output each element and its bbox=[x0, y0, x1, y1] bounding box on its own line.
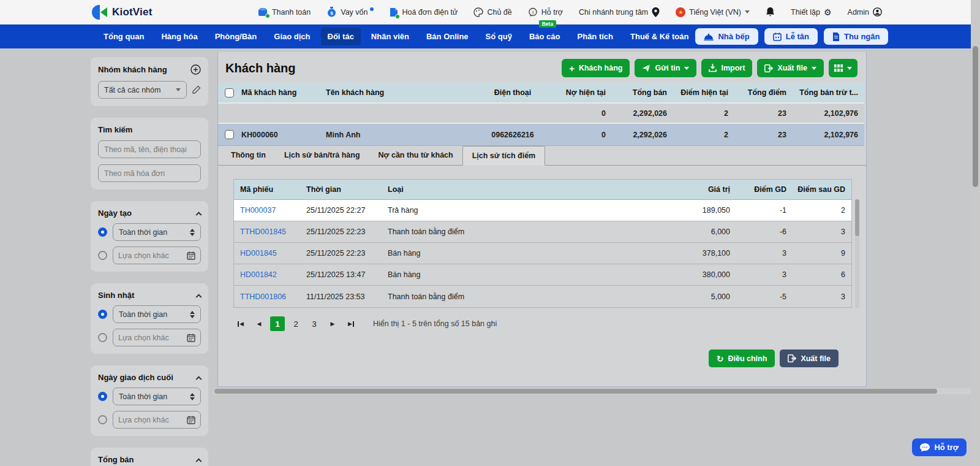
svg-text:$: $ bbox=[330, 10, 333, 16]
other-range-input[interactable]: Lựa chọn khác bbox=[113, 329, 201, 346]
last-page-button[interactable]: ▶ bbox=[344, 316, 358, 331]
einvoice-menu-item[interactable]: Hoá đơn điện tử bbox=[390, 7, 458, 17]
history-row[interactable]: HD001845 25/11/2025 22:23 Bán hàng 378,1… bbox=[234, 243, 851, 264]
col-total-sold[interactable]: Tổng bán bbox=[611, 88, 672, 97]
receipt-link[interactable]: TH000037 bbox=[234, 206, 306, 215]
col-time[interactable]: Thời gian bbox=[306, 185, 388, 194]
cashier-button[interactable]: Thu ngân bbox=[824, 28, 889, 45]
history-row[interactable]: TTHD001806 11/11/2025 23:53 Thanh toán b… bbox=[234, 286, 851, 307]
search-invoice-input[interactable] bbox=[98, 164, 201, 182]
created-date-card: Ngày tạo Toàn thời gian Lựa chọn khác bbox=[91, 201, 208, 272]
settings-button[interactable]: Thiết lập ⚙ bbox=[791, 7, 832, 17]
payment-menu-item[interactable]: Thanh toán bbox=[258, 7, 311, 17]
next-page-button[interactable]: ▶ bbox=[325, 316, 340, 331]
first-page-button[interactable]: ◀ bbox=[233, 316, 248, 331]
other-range-radio[interactable] bbox=[98, 251, 107, 260]
nav-item-phong-ban[interactable]: Phòng/Bàn bbox=[208, 28, 264, 45]
col-current-debt[interactable]: Nợ hiện tại bbox=[552, 88, 611, 97]
all-time-select[interactable]: Toàn thời gian bbox=[113, 223, 201, 241]
tab-no-can-thu[interactable]: Nợ cần thu từ khách bbox=[369, 146, 462, 165]
theme-menu-item[interactable]: Chủ đề bbox=[473, 7, 511, 17]
nav-item-bao-cao[interactable]: Báo cáo bbox=[522, 28, 567, 45]
customer-group-select[interactable]: Tất cả các nhóm bbox=[98, 81, 187, 99]
page-2-button[interactable]: 2 bbox=[288, 316, 303, 331]
admin-menu[interactable]: Admin bbox=[848, 7, 882, 17]
palette-icon bbox=[473, 7, 483, 17]
reception-button[interactable]: Lễ tân bbox=[764, 28, 818, 45]
language-selector[interactable]: ★ Tiếng Việt (VN) bbox=[676, 7, 750, 17]
tab-lich-su-ban-tra[interactable]: Lịch sử bán/trả hàng bbox=[275, 146, 369, 165]
adjust-points-button[interactable]: ↻ Điều chỉnh bbox=[709, 350, 775, 367]
row-checkbox[interactable] bbox=[225, 130, 234, 139]
column-settings-button[interactable] bbox=[829, 59, 858, 77]
receipt-link[interactable]: TTHD001845 bbox=[234, 227, 306, 236]
customer-row-selected[interactable]: KH000060 Minh Anh 0962626216 0 2,292,026… bbox=[218, 124, 864, 146]
history-table-scrollbar[interactable] bbox=[855, 199, 859, 308]
col-points-after[interactable]: Điểm sau GD bbox=[790, 185, 851, 194]
col-type[interactable]: Loại bbox=[388, 185, 660, 194]
all-time-select[interactable]: Toàn thời gian bbox=[113, 305, 201, 323]
history-row[interactable]: TTHD001845 25/11/2025 22:23 Thanh toán b… bbox=[234, 221, 851, 243]
nav-item-doi-tac[interactable]: Đối tác bbox=[321, 28, 361, 45]
nav-item-nhan-vien[interactable]: Nhân viên bbox=[364, 28, 416, 45]
previous-page-button[interactable]: ◀ bbox=[252, 316, 266, 331]
all-time-select[interactable]: Toàn thời gian bbox=[113, 388, 201, 405]
col-points-gd[interactable]: Điểm GD bbox=[734, 185, 790, 194]
customer-current-points: 2 bbox=[672, 131, 733, 139]
other-range-radio[interactable] bbox=[98, 415, 107, 424]
receipt-link[interactable]: TTHD001806 bbox=[234, 292, 306, 301]
nav-item-hang-hoa[interactable]: Hàng hóa bbox=[154, 28, 204, 45]
col-net-total[interactable]: Tổng bán trừ t... bbox=[791, 88, 864, 97]
other-range-input[interactable]: Lựa chọn khác bbox=[113, 246, 201, 264]
history-row[interactable]: TH000037 25/11/2025 22:27 Trả hàng 189,0… bbox=[234, 200, 851, 221]
history-row[interactable]: HD001842 25/11/2025 13:47 Bán hàng 380,0… bbox=[234, 264, 851, 286]
col-phone[interactable]: Điện thoại bbox=[473, 88, 552, 97]
nav-item-phan-tich[interactable]: Phân tích bbox=[571, 28, 620, 45]
col-customer-code[interactable]: Mã khách hàng bbox=[240, 88, 326, 97]
customer-total-points: 23 bbox=[733, 131, 791, 139]
tab-lich-su-tich-diem[interactable]: Lịch sử tích điểm bbox=[462, 146, 546, 166]
col-current-points[interactable]: Điểm hiện tại bbox=[672, 88, 733, 97]
nav-item-thue-ke-toan[interactable]: Thuế & Kế toán bbox=[624, 28, 695, 45]
page-1-button[interactable]: 1 bbox=[270, 316, 285, 331]
branch-selector[interactable]: Chi nhánh trung tâm bbox=[579, 7, 660, 17]
export-history-button[interactable]: Xuất file bbox=[780, 350, 839, 367]
page-3-button[interactable]: 3 bbox=[307, 316, 322, 331]
add-customer-button[interactable]: + Khách hàng bbox=[562, 59, 630, 77]
nav-item-tong-quan[interactable]: Tổng quan bbox=[97, 28, 151, 45]
collapse-icon[interactable] bbox=[196, 294, 202, 300]
collapse-icon[interactable] bbox=[196, 212, 202, 218]
all-time-radio[interactable] bbox=[98, 392, 107, 401]
nav-item-ban-online[interactable]: Bán Online bbox=[420, 28, 475, 45]
receipt-link[interactable]: HD001842 bbox=[234, 270, 306, 279]
vertical-scrollbar[interactable] bbox=[971, 0, 980, 466]
collapse-icon[interactable] bbox=[196, 376, 202, 382]
loan-menu-item[interactable]: $ Vay vốn bbox=[326, 7, 374, 17]
receipt-link[interactable]: HD001845 bbox=[234, 249, 306, 258]
notifications-button[interactable] bbox=[766, 7, 775, 17]
support-fab-button[interactable]: Hỗ trợ bbox=[912, 438, 967, 456]
export-file-button[interactable]: Xuất file bbox=[757, 59, 824, 77]
tab-thong-tin[interactable]: Thông tin bbox=[222, 146, 275, 165]
send-message-button[interactable]: Gửi tin bbox=[635, 59, 696, 77]
nav-item-giao-dich[interactable]: Giao dịch bbox=[267, 28, 317, 45]
kitchen-button[interactable]: Nhà bếp bbox=[695, 28, 758, 45]
all-time-radio[interactable] bbox=[98, 227, 107, 237]
col-value[interactable]: Giá trị bbox=[660, 185, 734, 194]
col-customer-name[interactable]: Tên khách hàng bbox=[326, 88, 473, 97]
add-group-icon[interactable] bbox=[190, 64, 201, 75]
collapse-icon[interactable] bbox=[196, 458, 202, 464]
other-range-radio[interactable] bbox=[98, 333, 107, 342]
kiotviet-logo[interactable]: KiotViet bbox=[92, 5, 153, 20]
other-range-input[interactable]: Lựa chọn khác bbox=[113, 411, 201, 429]
select-all-checkbox[interactable] bbox=[225, 88, 234, 97]
all-time-radio[interactable] bbox=[98, 310, 107, 319]
col-total-points[interactable]: Tổng điểm bbox=[733, 88, 791, 97]
search-customer-input[interactable] bbox=[98, 140, 201, 158]
import-button[interactable]: Import bbox=[701, 59, 752, 77]
nav-item-so-quy[interactable]: Sổ quỹ bbox=[479, 28, 519, 45]
edit-group-icon[interactable] bbox=[192, 85, 201, 94]
support-menu-item[interactable]: ! Hỗ trợ Beta bbox=[528, 7, 563, 17]
horizontal-scrollbar[interactable] bbox=[213, 388, 971, 394]
col-receipt-code[interactable]: Mã phiếu bbox=[234, 185, 306, 194]
